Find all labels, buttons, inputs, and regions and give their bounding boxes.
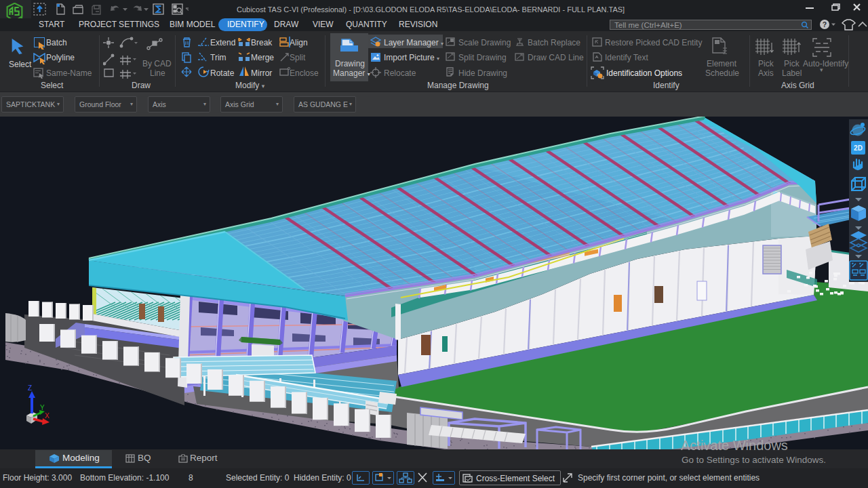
svg-text:X: X bbox=[45, 412, 50, 420]
svg-text:2D: 2D bbox=[854, 144, 863, 152]
svg-text:?: ? bbox=[823, 20, 827, 28]
svg-text:Z: Z bbox=[28, 384, 32, 392]
svg-text:Y: Y bbox=[40, 404, 45, 411]
